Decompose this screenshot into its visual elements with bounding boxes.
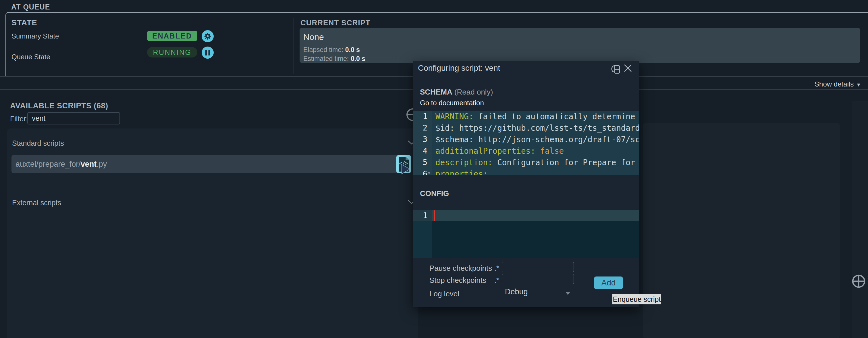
- show-details-toggle[interactable]: Show details▼: [814, 80, 861, 88]
- add-button[interactable]: Add: [594, 277, 623, 289]
- script-path-match: vent: [81, 160, 97, 168]
- script-path-suffix: .py: [96, 160, 107, 168]
- collapsed-side-panel: [852, 101, 868, 338]
- queue-state-label: Queue State: [11, 53, 50, 61]
- elapsed-time-label: Elapsed time:: [303, 46, 343, 53]
- log-level-select[interactable]: Debug: [505, 287, 528, 296]
- script-row[interactable]: auxtel/prepare_for/vent.py: [11, 155, 411, 173]
- dropdown-caret-icon: [565, 292, 570, 295]
- chevron-down-icon: ▼: [856, 82, 861, 88]
- filter-value: vent: [32, 114, 45, 122]
- stop-checkpoints-input[interactable]: [502, 274, 574, 284]
- estimated-time: Estimated time: 0.0 s: [303, 55, 365, 63]
- schema-heading-label: SCHEMA: [420, 88, 453, 96]
- config-active-line: [413, 210, 639, 221]
- script-path-prefix: auxtel/prepare_for/: [16, 160, 81, 168]
- documentation-link[interactable]: Go to documentation: [420, 99, 484, 107]
- script-path: auxtel/prepare_for/vent.py: [11, 160, 107, 169]
- log-level-label: Log level: [429, 289, 459, 298]
- configure-script-modal: Configuring script: vent SCHEMA (Read on…: [413, 61, 639, 307]
- schema-code-line: 5description: Configuration for Prepare …: [413, 157, 639, 168]
- schema-code-line: 6properties:: [413, 168, 639, 175]
- page-title: AT QUEUE: [11, 3, 50, 11]
- close-icon[interactable]: [624, 64, 632, 73]
- resize-modal-icon[interactable]: [610, 64, 622, 75]
- pause-checkpoints-input[interactable]: [502, 262, 574, 272]
- external-scripts-group[interactable]: External scripts: [12, 199, 61, 207]
- schema-code-line: 4additionalProperties: false: [413, 145, 639, 157]
- current-script-name: None: [303, 32, 324, 42]
- stop-checkpoints-text: Stop checkpoints: [429, 276, 486, 285]
- elapsed-time: Elapsed time: 0.0 s: [303, 46, 360, 54]
- modal-title: Configuring script: vent: [418, 63, 500, 73]
- text-caret: [434, 210, 435, 221]
- gear-icon: [204, 32, 212, 40]
- enqueue-script-tooltip: Enqueue script: [612, 294, 661, 304]
- filter-label: Filter:: [10, 115, 28, 123]
- current-script-box: [300, 28, 860, 63]
- fold-caret-icon[interactable]: ▾: [428, 170, 430, 175]
- queue-state-badge: RUNNING: [147, 47, 197, 57]
- available-scripts-heading: AVAILABLE SCRIPTS (68): [10, 102, 108, 110]
- config-line-number: 1: [413, 210, 427, 221]
- summary-state-label: Summary State: [11, 32, 59, 40]
- mouse-cursor-icon: [401, 164, 411, 175]
- schema-editor[interactable]: 1WARNING: failed to automatically determ…: [413, 111, 639, 175]
- schema-code-line: 2$id: https://github.com/lsst-ts/ts_stan…: [413, 122, 639, 134]
- config-editor[interactable]: 1: [413, 210, 639, 258]
- schema-heading: SCHEMA (Read only): [420, 88, 493, 96]
- state-heading: STATE: [11, 19, 37, 27]
- schema-code-line: 3$schema: http://json-schema.org/draft-0…: [413, 134, 639, 145]
- stop-checkpoints-label: Stop checkpoints.*: [429, 276, 499, 285]
- state-current-divider: [293, 18, 294, 74]
- pause-checkpoints-label: Pause checkpoints.*: [429, 264, 499, 273]
- at-queue-page: AT QUEUE STATE Summary State ENABLED Que…: [0, 0, 868, 338]
- filter-input[interactable]: vent: [27, 112, 120, 124]
- divider: [11, 180, 418, 180]
- schema-code-line: 1WARNING: failed to automatically determ…: [413, 111, 639, 122]
- waiting-scripts-panel: [643, 123, 840, 338]
- stop-checkpoints-regex: .*: [494, 276, 499, 285]
- schema-readonly-label: (Read only): [455, 88, 493, 96]
- current-script-heading: CURRENT SCRIPT: [301, 19, 371, 27]
- queue-pause-button[interactable]: [202, 47, 214, 59]
- summary-state-badge: ENABLED: [147, 31, 197, 41]
- summary-state-config-button[interactable]: [202, 30, 214, 42]
- estimated-time-label: Estimated time:: [303, 55, 349, 62]
- pause-checkpoints-text: Pause checkpoints: [429, 264, 492, 273]
- expand-column-button[interactable]: [852, 275, 865, 288]
- elapsed-time-value: 0.0 s: [345, 46, 360, 53]
- estimated-time-value: 0.0 s: [351, 55, 365, 62]
- config-heading: CONFIG: [420, 189, 449, 198]
- standard-scripts-group[interactable]: Standard scripts: [12, 139, 64, 147]
- pause-checkpoints-regex: .*: [494, 264, 499, 273]
- show-details-label: Show details: [814, 80, 854, 88]
- pause-icon: [205, 50, 211, 56]
